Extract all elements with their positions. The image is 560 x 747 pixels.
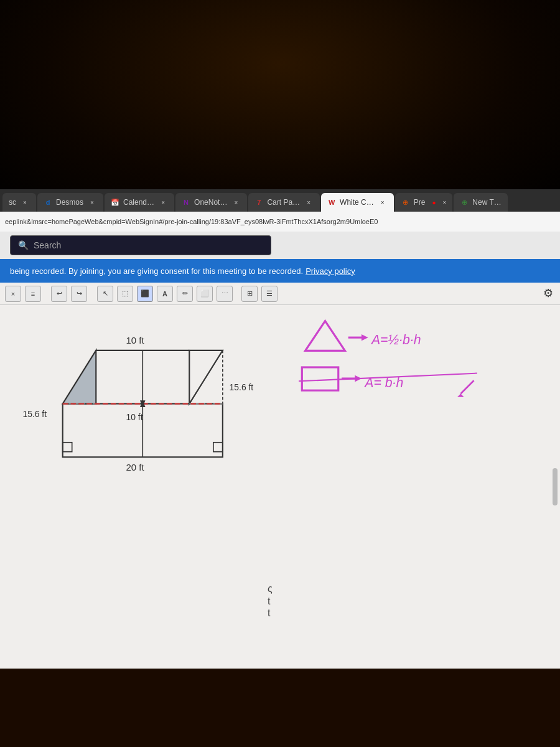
cursor-line-1: ς	[268, 583, 273, 594]
wb-close-btn[interactable]: ×	[5, 286, 21, 302]
url-bar[interactable]: eeplink&lmsrc=homePageWeb&cmpid=WebSignI…	[0, 212, 560, 232]
search-icon: 🔍	[18, 240, 29, 250]
pre-icon: ⊕	[401, 198, 410, 207]
wb-settings-icon[interactable]: ⚙	[541, 286, 555, 300]
top-photo-area: sc × d Desmos × 📅 Calend… × N OneNot… × …	[0, 0, 560, 212]
onenote-icon: N	[182, 198, 190, 207]
wb-text-btn[interactable]: A	[157, 286, 173, 302]
tab-whitec-close[interactable]: ×	[378, 197, 388, 207]
calendar-icon: 📅	[111, 198, 119, 207]
svg-rect-7	[63, 443, 72, 452]
tab-calendar[interactable]: 📅 Calend… ×	[105, 193, 174, 212]
svg-text:10 ft: 10 ft	[126, 412, 143, 422]
cursor-line-3: t	[268, 607, 273, 619]
tab-sc-label: sc	[9, 198, 16, 207]
tab-sc[interactable]: sc ×	[2, 193, 36, 212]
tab-cartpa[interactable]: 7 Cart Pa… ×	[248, 193, 320, 212]
svg-marker-21	[362, 334, 368, 341]
wb-redo-btn[interactable]: ↪	[71, 286, 87, 302]
svg-marker-28	[457, 394, 464, 397]
svg-rect-8	[213, 443, 223, 452]
wb-more-btn[interactable]: ⋯	[217, 286, 233, 302]
formula-svg: A=½·b·h A= b·h	[299, 317, 510, 417]
tab-pre-label: Pre	[414, 198, 426, 207]
whitec-icon: W	[327, 198, 336, 207]
svg-text:A=½·b·h: A=½·b·h	[370, 332, 421, 347]
wb-cursor-btn[interactable]: ↖	[97, 286, 113, 302]
svg-line-27	[460, 380, 474, 393]
whiteboard-canvas[interactable]: 10 ft 15.6 ft 15.6 ft 10 ft 20 ft	[0, 305, 560, 669]
url-text: eeplink&lmsrc=homePageWeb&cmpid=WebSignI…	[5, 218, 378, 225]
diagram-area: 10 ft 15.6 ft 15.6 ft 10 ft 20 ft	[19, 324, 280, 510]
wb-select-btn[interactable]: ⬚	[117, 286, 133, 302]
browser-chrome: sc × d Desmos × 📅 Calend… × N OneNot… × …	[0, 189, 560, 212]
search-input-placeholder: Search	[34, 240, 61, 250]
tab-pre[interactable]: ⊕ Pre ● ×	[395, 193, 453, 212]
tab-desmos[interactable]: d Desmos ×	[37, 193, 103, 212]
new-tab-icon: ⊕	[460, 198, 469, 207]
whiteboard-container: × ≡ ↩ ↪ ↖ ⬚ ⬛ A ✏ ⬜ ⋯ ⊞ ☰ ⚙	[0, 283, 560, 669]
tab-pre-close[interactable]: ●	[429, 197, 439, 207]
wb-menu-btn[interactable]: ≡	[25, 286, 41, 302]
tab-calendar-close[interactable]: ×	[158, 197, 168, 207]
notification-bar: being recorded. By joining, you are givi…	[0, 259, 560, 283]
wb-grid-btn[interactable]: ⊞	[241, 286, 258, 302]
svg-marker-19	[306, 321, 345, 351]
tab-whitec-label: White C…	[340, 198, 374, 207]
notification-text: being recorded. By joining, you are givi…	[10, 266, 303, 276]
svg-text:20 ft: 20 ft	[126, 462, 145, 472]
wb-undo-btn[interactable]: ↩	[51, 286, 67, 302]
search-bar-row: 🔍 Search	[0, 232, 560, 259]
tab-pre-x[interactable]: ×	[442, 199, 446, 206]
tab-sc-close[interactable]: ×	[20, 197, 30, 207]
wb-pen-btn[interactable]: ✏	[177, 286, 193, 302]
tab-onenote[interactable]: N OneNot… ×	[175, 193, 247, 212]
tab-onenote-close[interactable]: ×	[231, 197, 241, 207]
cursor-line-2: t	[268, 595, 273, 607]
privacy-policy-link[interactable]: Privacy policy	[306, 266, 355, 276]
svg-rect-23	[302, 367, 338, 390]
tab-whitec[interactable]: W White C… ×	[321, 193, 394, 212]
tab-new[interactable]: ⊕ New T…	[454, 193, 507, 212]
tab-onenote-label: OneNot…	[194, 198, 227, 207]
desmos-icon: d	[44, 198, 52, 207]
svg-marker-2	[189, 350, 223, 404]
svg-text:15.6 ft: 15.6 ft	[230, 382, 254, 392]
formula-area: A=½·b·h A= b·h	[299, 317, 510, 417]
tab-calendar-label: Calend…	[123, 198, 154, 207]
cursor-indicator: ς t t	[268, 583, 273, 619]
wb-eraser-btn[interactable]: ⬜	[197, 286, 213, 302]
svg-text:10 ft: 10 ft	[126, 335, 145, 345]
tab-desmos-close[interactable]: ×	[87, 197, 97, 207]
tab-new-label: New T…	[472, 198, 501, 207]
wb-shapes-btn[interactable]: ⬛	[137, 286, 153, 302]
whiteboard-toolbar: × ≡ ↩ ↪ ↖ ⬚ ⬛ A ✏ ⬜ ⋯ ⊞ ☰ ⚙	[0, 283, 560, 305]
tab-cartpa-label: Cart Pa…	[267, 198, 300, 207]
svg-marker-1	[63, 350, 96, 404]
diagram-svg: 10 ft 15.6 ft 15.6 ft 10 ft 20 ft	[19, 324, 280, 510]
tab-cartpa-close[interactable]: ×	[304, 197, 314, 207]
tab-bar: sc × d Desmos × 📅 Calend… × N OneNot… × …	[0, 189, 560, 212]
wb-scrollbar[interactable]	[553, 468, 558, 505]
svg-text:15.6 ft: 15.6 ft	[22, 409, 47, 419]
wb-list-btn[interactable]: ☰	[261, 286, 278, 302]
tab-desmos-label: Desmos	[56, 198, 83, 207]
cartpa-icon: 7	[254, 198, 263, 207]
search-box[interactable]: 🔍 Search	[10, 235, 271, 255]
